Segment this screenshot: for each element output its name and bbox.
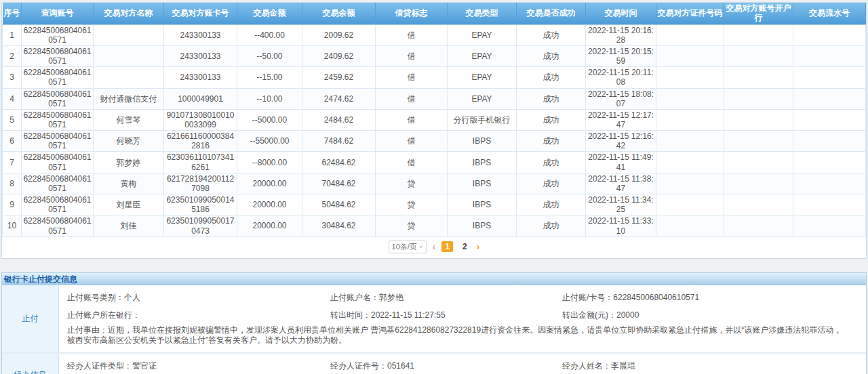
table-cell: [656, 131, 724, 152]
account-name-field: 止付账户名：郭梦艳: [330, 293, 562, 303]
transactions-header-row: 序号查询账号交易对方名称交易对方账卡号交易金额交易余额借贷标志交易类型交易是否成…: [3, 3, 866, 24]
table-cell: [793, 194, 866, 215]
table-cell: [724, 109, 793, 130]
table-cell: [656, 67, 724, 88]
transactions-table-panel: 序号查询账号交易对方名称交易对方账卡号交易金额交易余额借贷标志交易类型交易是否成…: [1, 2, 867, 237]
table-cell: 1000049901: [164, 88, 237, 109]
stop-payment-panel-title: 银行卡止付提交信息: [2, 273, 866, 285]
table-cell: [793, 24, 866, 45]
chevron-down-icon: ∨: [419, 245, 423, 249]
table-cell: 贷: [376, 194, 448, 215]
table-row: 86228450068040610571黄梅621728194200112709…: [3, 173, 866, 194]
table-cell: 2022-11-15 11:49:41: [586, 152, 656, 173]
agent-name-field: 经办人姓名：李晨琨: [562, 361, 866, 371]
column-header: 交易金额: [237, 3, 302, 24]
table-row: 76228450068040610571郭梦婷62303611010734162…: [3, 152, 866, 173]
table-row: 56228450068040610571何雪琴90107130801001000…: [3, 109, 866, 130]
pagination-bar: 10条/页 ∨ ‹ 1 2 ›: [1, 237, 867, 259]
table-cell: [656, 24, 724, 45]
table-cell: 6228450068040610571: [22, 88, 94, 109]
table-cell: [656, 88, 724, 109]
table-cell: 成功: [517, 24, 586, 45]
table-cell: 2022-11-15 11:33:10: [586, 215, 656, 236]
page-number-2[interactable]: 2: [459, 241, 471, 252]
table-cell: 2022-11-15 20:11:08: [586, 67, 656, 88]
table-cell: EPAY: [448, 45, 517, 66]
table-cell: [793, 67, 866, 88]
bank-field: 止付账户所在银行：: [67, 310, 330, 320]
page-size-select[interactable]: 10条/页 ∨: [389, 241, 427, 253]
agent-cert-no-field: 经办人证件号：051641: [330, 361, 562, 371]
table-cell: 6228450068040610571: [22, 67, 94, 88]
column-header: 序号: [3, 3, 22, 24]
table-cell: 成功: [517, 109, 586, 130]
table-cell: --8000.00: [237, 152, 302, 173]
table-cell: 贷: [376, 173, 448, 194]
prev-page-button[interactable]: ‹: [433, 242, 436, 251]
table-cell: 243300133: [164, 45, 237, 66]
table-cell: [724, 152, 793, 173]
table-cell: 何晓芳: [94, 131, 164, 152]
table-cell: [94, 45, 164, 66]
table-cell: [656, 194, 724, 215]
transactions-table: 序号查询账号交易对方名称交易对方账卡号交易金额交易余额借贷标志交易类型交易是否成…: [2, 3, 866, 237]
table-cell: 成功: [517, 45, 586, 66]
table-cell: 成功: [517, 173, 586, 194]
table-cell: 财付通微信支付: [94, 88, 164, 109]
table-cell: 2474.62: [302, 88, 376, 109]
table-cell: 5: [3, 109, 22, 130]
table-cell: [656, 45, 724, 66]
table-cell: [656, 173, 724, 194]
table-cell: 20000.00: [237, 173, 302, 194]
table-row: 16228450068040610571243300133--400.00200…: [3, 24, 866, 45]
table-row: 106228450068040610571刘佳62350109905001704…: [3, 215, 866, 236]
column-header: 交易对方账号开户行: [724, 3, 793, 24]
agent-info-section: 经办信息 经办人证件类型：警官证 经办人证件号：051641 经办人姓名：李晨琨…: [2, 354, 866, 374]
table-cell: 6235010990500170473: [164, 215, 237, 236]
agent-cert-type-field: 经办人证件类型：警官证: [67, 361, 330, 371]
table-cell: --5000.00: [237, 109, 302, 130]
column-header: 交易对方名称: [94, 3, 164, 24]
table-row: 96228450068040610571刘星臣62350109905001451…: [3, 194, 866, 215]
stop-payment-reason: 止付事由：近期，我单位在接报刘妮被骗警情中，发现涉案人员利用贵单位相关账户 曹鸿…: [67, 325, 848, 346]
table-cell: [656, 109, 724, 130]
table-cell: [94, 24, 164, 45]
next-page-button[interactable]: ›: [477, 242, 480, 251]
table-cell: 243300133: [164, 67, 237, 88]
table-cell: [724, 215, 793, 236]
table-cell: 2022-11-15 20:16:28: [586, 24, 656, 45]
table-cell: 刘星臣: [94, 194, 164, 215]
table-cell: [793, 131, 866, 152]
table-cell: [793, 45, 866, 66]
table-cell: IBPS: [448, 194, 517, 215]
table-cell: --10.00: [237, 88, 302, 109]
table-cell: --50.00: [237, 45, 302, 66]
table-cell: 借: [376, 152, 448, 173]
table-cell: IBPS: [448, 173, 517, 194]
table-cell: [724, 88, 793, 109]
table-cell: 2022-11-15 12:17:47: [586, 109, 656, 130]
table-cell: 30484.62: [302, 215, 376, 236]
table-cell: [724, 131, 793, 152]
table-cell: 2484.62: [302, 109, 376, 130]
column-header: 交易对方账卡号: [164, 3, 237, 24]
table-cell: EPAY: [448, 24, 517, 45]
table-row: 46228450068040610571财付通微信支付1000049901--1…: [3, 88, 866, 109]
table-cell: [724, 194, 793, 215]
table-cell: 2009.62: [302, 24, 376, 45]
page-number-1[interactable]: 1: [441, 241, 453, 252]
table-cell: [94, 67, 164, 88]
table-cell: 成功: [517, 152, 586, 173]
table-cell: 6228450068040610571: [22, 24, 94, 45]
table-cell: 50484.62: [302, 194, 376, 215]
table-cell: 20000.00: [237, 215, 302, 236]
table-cell: 黄梅: [94, 173, 164, 194]
table-cell: 20000.00: [237, 194, 302, 215]
stop-payment-section-label: 止付: [2, 285, 59, 352]
table-cell: [724, 45, 793, 66]
table-cell: 分行版手机银行: [448, 109, 517, 130]
table-cell: 3: [3, 67, 22, 88]
table-cell: 成功: [517, 215, 586, 236]
agent-info-section-label: 经办信息: [2, 354, 59, 374]
table-row: 66228450068040610571何晓芳62166116000038428…: [3, 131, 866, 152]
